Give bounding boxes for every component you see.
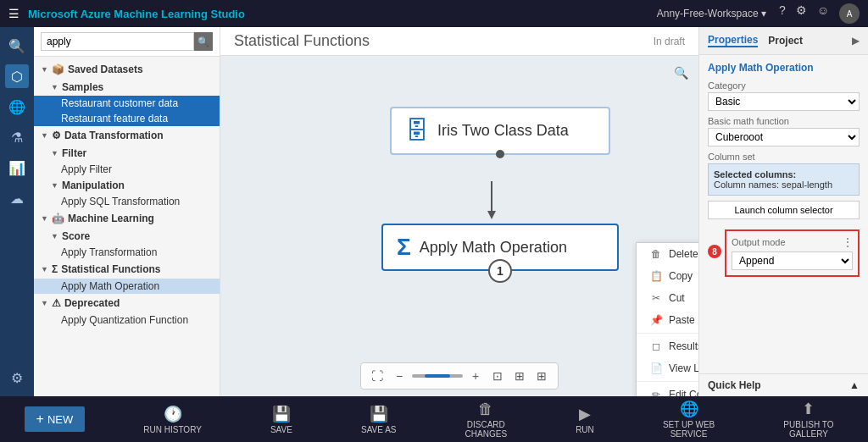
nav-globe-icon[interactable]: 🌐 <box>5 95 29 119</box>
context-menu-delete[interactable]: 🗑 Delete <box>637 243 698 265</box>
category-label: Machine Learning <box>68 213 154 224</box>
topbar: ☰ Microsoft Azure Machine Learning Studi… <box>0 0 868 27</box>
node1-output-port[interactable] <box>496 150 504 158</box>
smiley-icon[interactable]: ☺ <box>817 3 829 24</box>
prop-math-fn-select[interactable]: Cuberooot Abs Sqrt <box>708 128 860 146</box>
properties-panel: Properties Project ▶ Apply Math Operatio… <box>698 27 868 396</box>
nav-search-icon[interactable]: 🔍 <box>5 34 29 58</box>
sidebar-item-restaurant-customer[interactable]: Restaurant customer data <box>34 96 220 111</box>
sidebar-item-apply-transformation[interactable]: Apply Transformation <box>34 245 220 260</box>
prop-section-apply-math[interactable]: Apply Math Operation <box>708 62 860 74</box>
publish-to-gallery-button[interactable]: ⬆ PUBLISH TOGALLERY <box>773 396 843 442</box>
zoom-100-icon[interactable]: ⊞ <box>510 367 529 385</box>
nav-modules-icon[interactable]: ⬡ <box>5 64 29 88</box>
tab-project[interactable]: Project <box>768 35 803 47</box>
users-icon[interactable]: ⚙ <box>796 3 807 24</box>
sidebar-item-restaurant-feature[interactable]: Restaurant feature data <box>34 111 220 126</box>
tab-properties[interactable]: Properties <box>708 34 758 47</box>
nav-experiments-icon[interactable]: ⚗ <box>5 125 29 149</box>
new-label: NEW <box>47 413 73 426</box>
nav-datasets-icon[interactable]: 📊 <box>5 156 29 180</box>
search-input[interactable] <box>41 32 194 51</box>
sidebar-item-apply-sql[interactable]: Apply SQL Transformation <box>34 194 220 209</box>
canvas-toolbar: ⛶ − + ⊡ ⊞ ⊞ <box>360 362 559 390</box>
chevron-down-icon: ▼ <box>51 232 58 240</box>
run-history-button[interactable]: 🕐 RUN HISTORY <box>133 401 212 438</box>
run-play-icon: ▶ <box>579 405 591 423</box>
zoom-in-icon[interactable]: + <box>466 367 485 385</box>
zoom-out-icon[interactable]: − <box>390 367 409 385</box>
sidebar: 🔍 ▼ 📦 Saved Datasets ▼ Samples Restauran… <box>34 27 220 396</box>
bottombar: + NEW 🕐 RUN HISTORY 💾 SAVE 💾 SAVE AS 🗑 D… <box>0 396 868 442</box>
output-mode-settings-icon[interactable]: ⋮ <box>843 236 853 248</box>
context-menu-edit-comment[interactable]: ✏ Edit Comment <box>637 384 698 396</box>
node-apply-math[interactable]: Σ Apply Math Operation 1 <box>381 224 619 271</box>
sidebar-category-statistical[interactable]: ▼ Σ Statistical Functions <box>34 260 220 279</box>
cut-icon: ✂ <box>650 292 662 304</box>
sidebar-category-saved-datasets[interactable]: ▼ 📦 Saved Datasets <box>34 60 220 79</box>
context-menu-paste-label: Paste <box>669 314 695 326</box>
context-menu-paste[interactable]: 📌 Paste <box>637 309 698 331</box>
nav-services-icon[interactable]: ☁ <box>5 186 29 210</box>
quick-help-section[interactable]: Quick Help ▲ <box>699 373 868 396</box>
context-menu-cut-label: Cut <box>669 292 685 304</box>
connection-arrow <box>483 181 500 224</box>
context-menu-copy[interactable]: 📋 Copy <box>637 265 698 287</box>
node-iris[interactable]: 🗄 Iris Two Class Data <box>390 107 610 155</box>
search-button[interactable]: 🔍 <box>194 32 213 51</box>
set-up-web-service-button[interactable]: 🌐 SET UP WEBSERVICE <box>653 396 725 442</box>
avatar[interactable]: A <box>839 3 860 24</box>
node-number-badge: 1 <box>488 259 512 283</box>
save-as-label: SAVE AS <box>361 425 397 434</box>
delete-icon: 🗑 <box>650 248 662 260</box>
collapse-icon[interactable]: ▶ <box>852 35 860 47</box>
hamburger-icon[interactable]: ☰ <box>8 7 19 20</box>
zoom-slider[interactable] <box>412 374 463 378</box>
arrange-icon[interactable]: ⊞ <box>532 367 551 385</box>
sidebar-category-deprecated[interactable]: ▼ ⚠ Deprecated <box>34 294 220 312</box>
category-icon: ⚠ <box>52 297 61 309</box>
new-button[interactable]: + NEW <box>25 406 86 432</box>
context-menu-results[interactable]: ◻ Results dataset ▶ <box>637 335 698 357</box>
properties-header: Properties Project ▶ <box>699 27 868 55</box>
context-menu-cut[interactable]: ✂ Cut <box>637 287 698 309</box>
topbar-icons: ? ⚙ ☺ A <box>779 3 860 24</box>
sidebar-subcategory-manipulation[interactable]: ▼ Manipulation <box>34 177 220 194</box>
output-mode-select[interactable]: Append ResultOnly Inplace <box>732 251 853 270</box>
category-icon: 📦 <box>52 64 64 75</box>
sidebar-subcategory-filter[interactable]: ▼ Filter <box>34 145 220 162</box>
fit-icon[interactable]: ⛶ <box>368 367 387 385</box>
save-button[interactable]: 💾 SAVE <box>260 401 303 438</box>
nav-settings-icon[interactable]: ⚙ <box>5 366 29 390</box>
run-button[interactable]: ▶ RUN <box>565 401 604 438</box>
properties-body: Apply Math Operation Category Basic Comp… <box>699 55 868 373</box>
context-menu-viewlog[interactable]: 📄 View Log ▶ <box>637 357 698 379</box>
output-mode-label: Output mode <box>732 237 843 247</box>
log-icon: 📄 <box>650 362 662 374</box>
canvas-body[interactable]: 🔍 🗄 Iris Two Class Data Σ Apply Math Ope… <box>220 56 698 396</box>
sidebar-item-apply-math[interactable]: Apply Math Operation <box>34 279 220 294</box>
sidebar-subcategory-samples[interactable]: ▼ Samples <box>34 79 220 96</box>
output-mode-section: Output mode ⋮ Append ResultOnly Inplace <box>725 229 860 277</box>
prop-category-select[interactable]: Basic Comparison Operations <box>708 92 860 111</box>
web-service-label: SET UP WEBSERVICE <box>663 420 715 439</box>
chevron-down-icon: ▼ <box>51 149 58 157</box>
launch-column-selector-button[interactable]: Launch column selector <box>708 201 860 219</box>
save-as-button[interactable]: 💾 SAVE AS <box>351 401 407 438</box>
canvas-search-icon[interactable]: 🔍 <box>674 66 688 80</box>
results-icon: ◻ <box>650 340 662 352</box>
selected-columns-label: Selected columns: <box>714 169 854 180</box>
gallery-label: PUBLISH TOGALLERY <box>783 420 833 439</box>
sidebar-item-apply-filter[interactable]: Apply Filter <box>34 162 220 177</box>
sidebar-subcategory-score[interactable]: ▼ Score <box>34 228 220 245</box>
sidebar-item-apply-quantization[interactable]: Apply Quantization Function <box>34 312 220 328</box>
category-label: Data Transformation <box>64 130 164 141</box>
sidebar-category-ml[interactable]: ▼ 🤖 Machine Learning <box>34 209 220 228</box>
help-icon[interactable]: ? <box>779 3 786 24</box>
sidebar-category-data-transformation[interactable]: ▼ ⚙ Data Transformation <box>34 126 220 145</box>
chevron-down-icon: ▼ <box>41 214 48 223</box>
svg-marker-1 <box>487 211 496 219</box>
workspace-selector[interactable]: Anny-Free-Workspace ▾ <box>657 8 766 19</box>
discard-button[interactable]: 🗑 DISCARDCHANGES <box>455 397 517 442</box>
zoom-fit-icon[interactable]: ⊡ <box>488 367 507 385</box>
